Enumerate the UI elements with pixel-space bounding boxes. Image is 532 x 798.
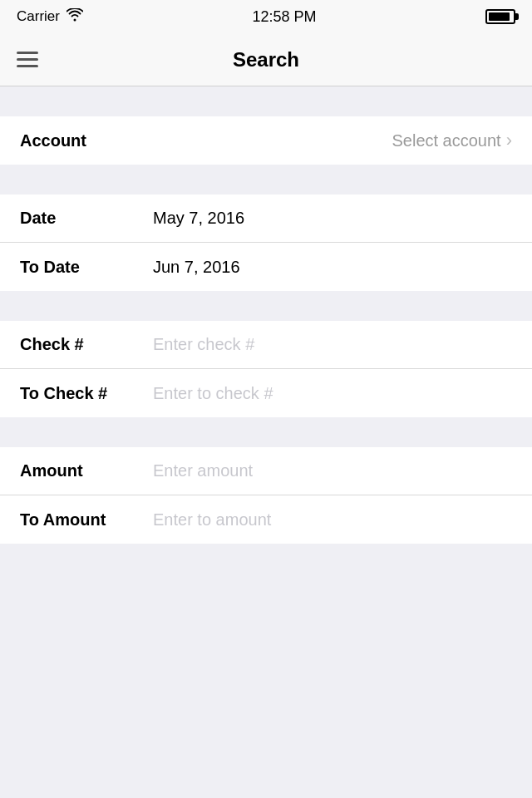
section-spacer-1 bbox=[0, 86, 532, 116]
section-spacer-5 bbox=[0, 544, 532, 574]
to-check-row: To Check # bbox=[0, 369, 532, 417]
to-amount-label: To Amount bbox=[20, 510, 153, 530]
hamburger-line-3 bbox=[17, 65, 38, 67]
nav-bar: Search bbox=[0, 33, 532, 86]
to-check-label: To Check # bbox=[20, 384, 153, 403]
amount-section: Amount To Amount bbox=[0, 447, 532, 544]
check-input[interactable] bbox=[153, 335, 512, 354]
section-spacer-3 bbox=[0, 291, 532, 321]
to-amount-input[interactable] bbox=[153, 510, 512, 530]
date-row[interactable]: Date May 7, 2016 bbox=[0, 195, 532, 243]
to-amount-row: To Amount bbox=[0, 495, 532, 544]
account-section: Account Select account › bbox=[0, 116, 532, 165]
status-carrier: Carrier bbox=[17, 8, 83, 25]
hamburger-line-1 bbox=[17, 52, 38, 54]
date-value: May 7, 2016 bbox=[153, 209, 512, 228]
amount-row: Amount bbox=[0, 447, 532, 495]
carrier-label: Carrier bbox=[17, 8, 60, 25]
section-spacer-2 bbox=[0, 165, 532, 195]
check-section: Check # To Check # bbox=[0, 321, 532, 417]
status-bar: Carrier 12:58 PM bbox=[0, 0, 532, 33]
chevron-right-icon: › bbox=[506, 130, 512, 151]
account-label: Account bbox=[20, 131, 153, 150]
to-date-value: Jun 7, 2016 bbox=[153, 258, 512, 277]
to-check-input[interactable] bbox=[153, 384, 512, 403]
account-row[interactable]: Account Select account › bbox=[0, 116, 532, 165]
account-placeholder: Select account bbox=[392, 131, 500, 150]
check-label: Check # bbox=[20, 335, 153, 354]
battery-indicator bbox=[485, 9, 515, 24]
account-select-area[interactable]: Select account › bbox=[392, 130, 512, 151]
hamburger-line-2 bbox=[17, 58, 38, 61]
date-section: Date May 7, 2016 To Date Jun 7, 2016 bbox=[0, 195, 532, 291]
hamburger-menu-button[interactable] bbox=[17, 52, 38, 67]
to-date-row[interactable]: To Date Jun 7, 2016 bbox=[0, 243, 532, 291]
section-spacer-4 bbox=[0, 417, 532, 447]
amount-input[interactable] bbox=[153, 461, 512, 480]
status-time: 12:58 PM bbox=[252, 8, 316, 26]
check-row: Check # bbox=[0, 321, 532, 369]
to-date-label: To Date bbox=[20, 258, 153, 277]
amount-label: Amount bbox=[20, 461, 153, 480]
wifi-icon bbox=[66, 8, 83, 25]
page-title: Search bbox=[233, 48, 299, 71]
date-label: Date bbox=[20, 209, 153, 228]
